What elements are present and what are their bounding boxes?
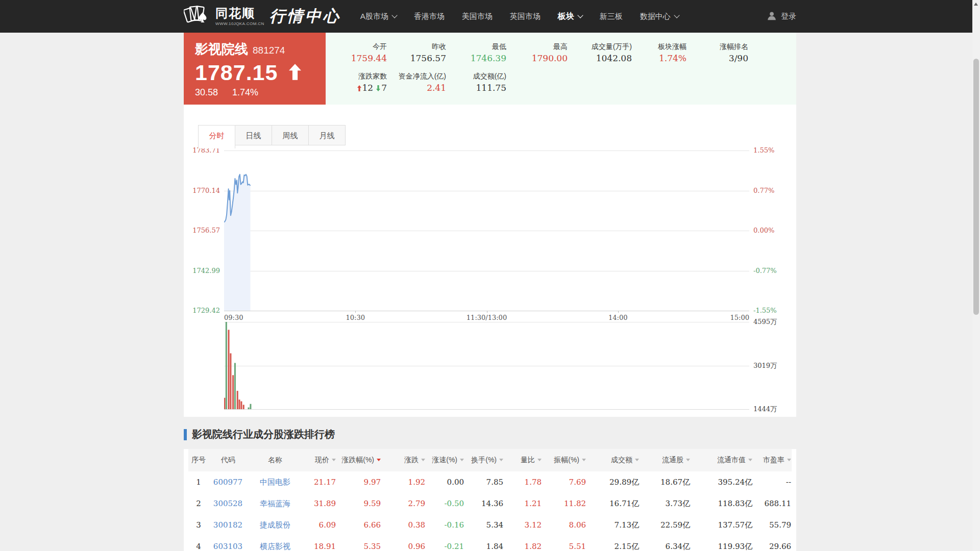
- price-line-svg: [224, 151, 749, 311]
- stat-昨收: 昨收1756.57: [387, 41, 446, 64]
- tab-3[interactable]: 周线: [272, 125, 309, 145]
- cell-vol-ratio: 3.12: [504, 514, 542, 536]
- index-change-pct: 1.74%: [232, 87, 258, 98]
- stat-value: 1790.00: [506, 52, 568, 64]
- volume-axis-label: 3019万: [753, 361, 777, 370]
- nav-item-label: 香港市场: [414, 12, 445, 21]
- nav-item-7[interactable]: 数据中心: [640, 12, 679, 21]
- chart-section: 分时日线周线月线 1783.711.55%1770.140.77%1756.57…: [184, 105, 796, 417]
- volume-axis-label: 1444万: [753, 405, 777, 414]
- cell-vol-ratio: 1.78: [504, 471, 542, 493]
- stock-code-link[interactable]: 600977: [209, 471, 247, 493]
- column-header-amount[interactable]: 成交额: [586, 449, 640, 471]
- y-axis-price-label: 1756.57: [184, 226, 220, 235]
- column-header-seq: 序号: [188, 449, 209, 471]
- volume-axis-label: 4595万: [753, 317, 777, 327]
- stat-value: 1759.44: [326, 52, 387, 64]
- intraday-chart: 1783.711.55%1770.140.77%1756.570.00%1742…: [184, 105, 796, 417]
- stats-row-1: 今开1759.44昨收1756.57最低1746.39最高1790.00成交量(…: [326, 41, 796, 64]
- scrollbar-thumb[interactable]: [973, 59, 979, 315]
- nav-item-4[interactable]: 英国市场: [510, 12, 541, 21]
- cell-price: 6.09: [303, 514, 336, 536]
- nav-item-label: 英国市场: [510, 12, 541, 21]
- stat-成交量(万手): 成交量(万手)1042.08: [568, 41, 632, 64]
- stock-name-link[interactable]: 中国电影: [247, 471, 303, 493]
- cell-chg-pct: 6.66: [336, 514, 381, 536]
- page-scrollbar[interactable]: [972, 0, 980, 551]
- title-accent-bar: [184, 429, 187, 440]
- stat-value: 127: [326, 82, 387, 94]
- column-header-amplitude[interactable]: 振幅(%): [542, 449, 586, 471]
- stat-label: 板块涨幅: [632, 41, 687, 52]
- stat-value: 111.75: [446, 82, 506, 94]
- column-header-float-shares[interactable]: 流通股: [640, 449, 691, 471]
- y-axis-pct-label: 0.77%: [753, 186, 774, 195]
- stock-code-link[interactable]: 300182: [209, 514, 247, 536]
- cell-seq: 4: [188, 536, 209, 551]
- column-header-label: 成交额: [611, 456, 632, 464]
- login-button[interactable]: 登录: [766, 10, 796, 23]
- cell-price: 18.91: [303, 536, 336, 551]
- sort-triangle-icon: [635, 459, 639, 461]
- table-row: 3300182捷成股份6.096.660.38-0.165.343.128.06…: [188, 514, 792, 536]
- stat-label: 涨幅排名: [687, 41, 748, 52]
- stock-code-link[interactable]: 603103: [209, 536, 247, 551]
- brand-logo[interactable]: 同花顺 WWW.10JQKA.COM.CN 行情中心: [184, 4, 341, 29]
- column-header-label: 涨跌幅(%): [341, 456, 374, 464]
- stock-name-link[interactable]: 横店影视: [247, 536, 303, 551]
- nav-item-label: 数据中心: [640, 12, 671, 21]
- scrollbar-up-arrow[interactable]: [974, 3, 978, 6]
- index-header-band: 影视院线 881274 1787.15 30.58 1.74% 今开1759.4…: [184, 33, 796, 105]
- nav-item-6[interactable]: 新三板: [600, 12, 623, 21]
- nav-item-2[interactable]: 香港市场: [414, 12, 445, 21]
- stock-name-link[interactable]: 幸福蓝海: [247, 493, 303, 514]
- cell-float-shares: 18.67亿: [640, 471, 691, 493]
- avatar-icon: [766, 10, 777, 23]
- index-code: 881274: [253, 45, 285, 56]
- cell-amount: 29.89亿: [586, 471, 640, 493]
- x-axis-label: 11:30/13:00: [467, 314, 507, 321]
- cell-amplitude: 8.06: [542, 514, 586, 536]
- nav-item-label: 板块: [558, 11, 574, 22]
- tab-2[interactable]: 日线: [235, 125, 272, 145]
- stock-code-link[interactable]: 300528: [209, 493, 247, 514]
- table-row: 4603103横店影视18.915.350.96-0.211.841.825.5…: [188, 536, 792, 551]
- sort-triangle-icon: [421, 459, 425, 461]
- column-header-float-cap[interactable]: 流通市值: [691, 449, 753, 471]
- tab-1[interactable]: 分时: [198, 125, 235, 148]
- nav-item-1[interactable]: A股市场: [360, 12, 397, 21]
- nav-item-5[interactable]: 板块: [558, 11, 582, 22]
- column-header-chg-pct[interactable]: 涨跌幅(%): [336, 449, 381, 471]
- stock-name-link[interactable]: 捷成股份: [247, 514, 303, 536]
- ranking-table: 序号代码名称现价涨跌幅(%)涨跌涨速(%)换手(%)量比振幅(%)成交额流通股流…: [188, 449, 792, 551]
- x-axis-label: 14:00: [608, 314, 627, 321]
- nav-item-3[interactable]: 美国市场: [462, 12, 493, 21]
- cell-chg: 1.92: [381, 471, 426, 493]
- index-name: 影视院线: [195, 40, 248, 58]
- cell-float-cap: 119.93亿: [691, 536, 753, 551]
- column-header-pe[interactable]: 市盈率: [753, 449, 792, 471]
- sort-triangle-icon: [537, 459, 542, 461]
- cell-chg: 2.79: [381, 493, 426, 514]
- sort-triangle-icon: [582, 459, 586, 461]
- column-header-vol-ratio[interactable]: 量比: [504, 449, 542, 471]
- stat-label: 成交量(万手): [568, 41, 632, 52]
- stat-value: 1746.39: [446, 52, 506, 64]
- index-stats-panel: 今开1759.44昨收1756.57最低1746.39最高1790.00成交量(…: [326, 33, 796, 105]
- cell-float-cap: 137.57亿: [691, 514, 753, 536]
- stat-涨幅排名: 涨幅排名3/90: [687, 41, 748, 64]
- column-header-speed[interactable]: 涨速(%): [426, 449, 464, 471]
- column-header-price[interactable]: 现价: [303, 449, 336, 471]
- stat-value: 1.74%: [632, 52, 687, 64]
- column-header-turnover[interactable]: 换手(%): [464, 449, 504, 471]
- y-axis-price-label: 1770.14: [184, 186, 220, 195]
- ranking-table-card: 序号代码名称现价涨跌幅(%)涨跌涨速(%)换手(%)量比振幅(%)成交额流通股流…: [184, 449, 796, 551]
- stat-label: 成交额(亿): [446, 70, 506, 82]
- y-axis-price-label: 1729.42: [184, 306, 220, 315]
- cell-chg-pct: 9.59: [336, 493, 381, 514]
- cell-amplitude: 5.51: [542, 536, 586, 551]
- cell-speed: 0.00: [426, 471, 464, 493]
- tab-4[interactable]: 月线: [308, 125, 346, 145]
- column-header-label: 流通市值: [717, 456, 746, 464]
- column-header-chg[interactable]: 涨跌: [381, 449, 426, 471]
